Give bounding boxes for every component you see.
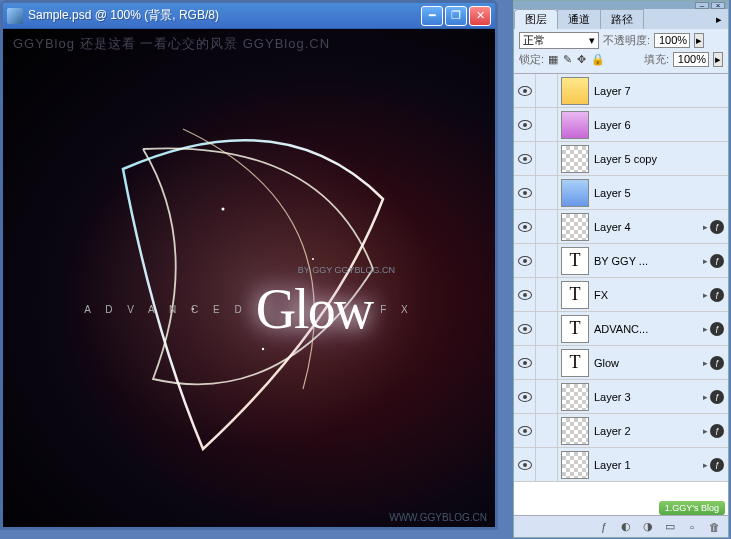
layer-row[interactable]: Layer 4 ▸ƒ [514, 210, 728, 244]
fx-badge-icon[interactable]: ƒ [710, 322, 724, 336]
layer-row[interactable]: Layer 7 [514, 74, 728, 108]
close-button[interactable]: ✕ [469, 6, 491, 26]
fx-expand-icon[interactable]: ▸ [703, 426, 708, 436]
type-layer-thumb[interactable]: T [561, 247, 589, 275]
fx-expand-icon[interactable]: ▸ [703, 358, 708, 368]
layer-name[interactable]: FX [592, 289, 703, 301]
layer-name[interactable]: Glow [592, 357, 703, 369]
link-col[interactable] [536, 448, 558, 481]
layer-row[interactable]: T FX ▸ƒ [514, 278, 728, 312]
new-layer-icon[interactable]: ▫ [684, 519, 700, 535]
link-col[interactable] [536, 244, 558, 277]
lock-all-icon[interactable]: 🔒 [591, 53, 605, 66]
titlebar[interactable]: Sample.psd @ 100% (背景, RGB/8) ━ ❐ ✕ [3, 3, 495, 29]
lock-position-icon[interactable]: ✥ [577, 53, 586, 66]
fx-badge-icon[interactable]: ƒ [710, 424, 724, 438]
layer-thumb[interactable] [561, 111, 589, 139]
layer-row[interactable]: T ADVANC... ▸ƒ [514, 312, 728, 346]
link-col[interactable] [536, 210, 558, 243]
link-col[interactable] [536, 142, 558, 175]
fx-badge-icon[interactable]: ƒ [710, 254, 724, 268]
type-layer-thumb[interactable]: T [561, 315, 589, 343]
panel-menu-icon[interactable]: ▸ [710, 9, 728, 29]
adjustment-layer-icon[interactable]: ◑ [640, 519, 656, 535]
fx-expand-icon[interactable]: ▸ [703, 392, 708, 402]
fx-expand-icon[interactable]: ▸ [703, 324, 708, 334]
fx-badge-icon[interactable]: ƒ [710, 458, 724, 472]
fx-badge-icon[interactable]: ƒ [710, 288, 724, 302]
link-col[interactable] [536, 278, 558, 311]
type-layer-thumb[interactable]: T [561, 281, 589, 309]
panel-handle[interactable]: – × [514, 1, 728, 9]
fx-badge-icon[interactable]: ƒ [710, 390, 724, 404]
layer-name[interactable]: Layer 6 [592, 119, 728, 131]
layer-name[interactable]: Layer 3 [592, 391, 703, 403]
type-layer-thumb[interactable]: T [561, 349, 589, 377]
layer-name[interactable]: Layer 5 copy [592, 153, 728, 165]
fx-expand-icon[interactable]: ▸ [703, 222, 708, 232]
link-col[interactable] [536, 108, 558, 141]
fx-menu-icon[interactable]: ƒ [596, 519, 612, 535]
layer-row[interactable]: Layer 5 [514, 176, 728, 210]
layer-name[interactable]: Layer 2 [592, 425, 703, 437]
tab-paths[interactable]: 路径 [600, 9, 644, 29]
opacity-input[interactable]: 100% [654, 33, 690, 48]
delete-layer-icon[interactable]: 🗑 [706, 519, 722, 535]
link-col[interactable] [536, 176, 558, 209]
minimize-button[interactable]: ━ [421, 6, 443, 26]
layer-list[interactable]: Layer 7 Layer 6 Layer 5 copy Layer 5 Lay… [514, 74, 728, 515]
visibility-toggle[interactable] [514, 448, 536, 481]
opacity-slider-icon[interactable]: ▸ [694, 33, 704, 48]
link-col[interactable] [536, 414, 558, 447]
layer-row[interactable]: Layer 3 ▸ƒ [514, 380, 728, 414]
panel-minimize-icon[interactable]: – [695, 2, 709, 9]
visibility-toggle[interactable] [514, 108, 536, 141]
layer-name[interactable]: BY GGY ... [592, 255, 703, 267]
layer-thumb[interactable] [561, 417, 589, 445]
layer-name[interactable]: Layer 5 [592, 187, 728, 199]
panel-close-icon[interactable]: × [711, 2, 725, 9]
layer-row[interactable]: Layer 6 [514, 108, 728, 142]
layer-thumb[interactable] [561, 179, 589, 207]
visibility-toggle[interactable] [514, 346, 536, 379]
layer-thumb[interactable] [561, 145, 589, 173]
layer-row[interactable]: T BY GGY ... ▸ƒ [514, 244, 728, 278]
tab-channels[interactable]: 通道 [557, 9, 601, 29]
fx-badge-icon[interactable]: ƒ [710, 220, 724, 234]
fx-expand-icon[interactable]: ▸ [703, 290, 708, 300]
lock-pixels-icon[interactable]: ✎ [563, 53, 572, 66]
layer-name[interactable]: Layer 4 [592, 221, 703, 233]
visibility-toggle[interactable] [514, 244, 536, 277]
layer-row[interactable]: Layer 2 ▸ƒ [514, 414, 728, 448]
new-group-icon[interactable]: ▭ [662, 519, 678, 535]
link-col[interactable] [536, 346, 558, 379]
layer-thumb[interactable] [561, 383, 589, 411]
visibility-toggle[interactable] [514, 380, 536, 413]
layer-mask-icon[interactable]: ◐ [618, 519, 634, 535]
layer-name[interactable]: Layer 7 [592, 85, 728, 97]
fill-input[interactable]: 100% [673, 52, 709, 67]
visibility-toggle[interactable] [514, 210, 536, 243]
link-col[interactable] [536, 74, 558, 107]
layer-name[interactable]: Layer 1 [592, 459, 703, 471]
maximize-button[interactable]: ❐ [445, 6, 467, 26]
layer-row[interactable]: T Glow ▸ƒ [514, 346, 728, 380]
visibility-toggle[interactable] [514, 414, 536, 447]
link-col[interactable] [536, 380, 558, 413]
layer-thumb[interactable] [561, 77, 589, 105]
visibility-toggle[interactable] [514, 312, 536, 345]
link-col[interactable] [536, 312, 558, 345]
fx-badge-icon[interactable]: ƒ [710, 356, 724, 370]
visibility-toggle[interactable] [514, 142, 536, 175]
layer-row[interactable]: Layer 5 copy [514, 142, 728, 176]
lock-transparency-icon[interactable]: ▦ [548, 53, 558, 66]
visibility-toggle[interactable] [514, 74, 536, 107]
fx-expand-icon[interactable]: ▸ [703, 256, 708, 266]
layer-name[interactable]: ADVANC... [592, 323, 703, 335]
layer-thumb[interactable] [561, 451, 589, 479]
blend-mode-select[interactable]: 正常 ▾ [519, 32, 599, 49]
tab-layers[interactable]: 图层 [514, 9, 558, 29]
visibility-toggle[interactable] [514, 176, 536, 209]
layer-row[interactable]: Layer 1 ▸ƒ [514, 448, 728, 482]
layer-thumb[interactable] [561, 213, 589, 241]
